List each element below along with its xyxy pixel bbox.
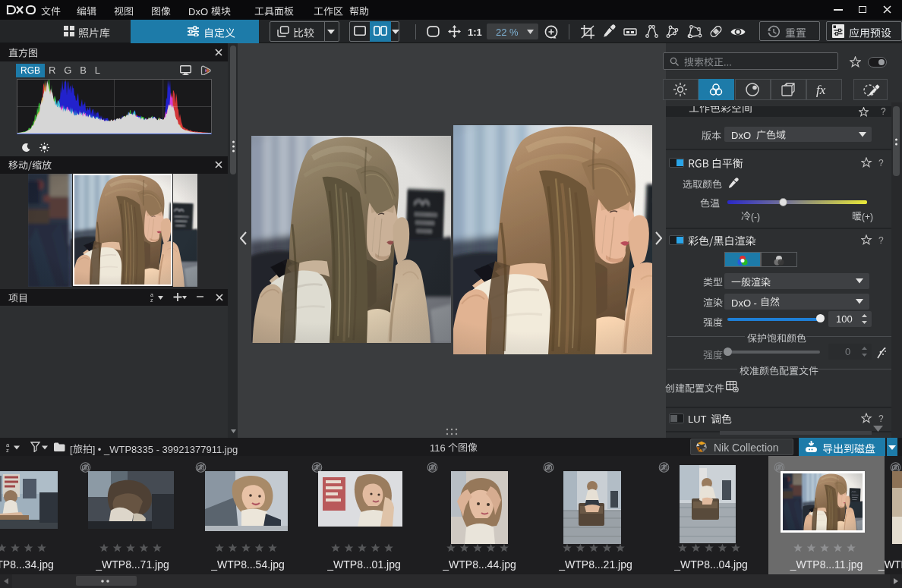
svg-text:z: z (150, 297, 153, 303)
svg-text:?: ? (878, 413, 884, 423)
svg-text:fx: fx (816, 83, 826, 97)
svg-text:?: ? (878, 235, 884, 245)
svg-text:a: a (150, 292, 153, 297)
svg-text:z: z (6, 447, 9, 452)
svg-text:?: ? (878, 158, 884, 168)
